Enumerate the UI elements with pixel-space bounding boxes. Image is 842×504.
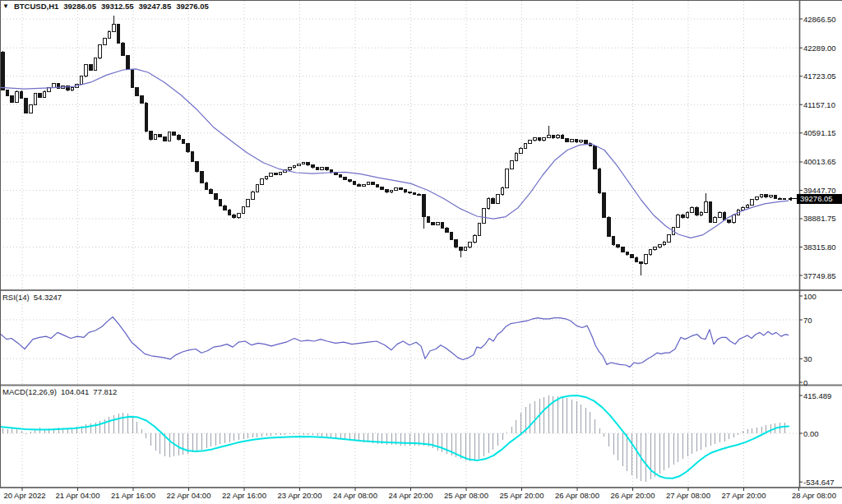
candle-body bbox=[187, 144, 190, 152]
candle-body bbox=[594, 146, 597, 169]
candle-body bbox=[275, 173, 278, 175]
candle-body bbox=[11, 96, 14, 103]
candle-body bbox=[53, 83, 56, 87]
candle-body bbox=[645, 255, 648, 264]
candle-body bbox=[210, 189, 213, 193]
candle-body bbox=[80, 76, 83, 85]
time-axis-label: 22 Apr 16:00 bbox=[222, 491, 266, 500]
candle-body bbox=[358, 184, 361, 186]
macd-current-value: 104.041 bbox=[61, 387, 89, 396]
candle-body bbox=[34, 94, 37, 105]
candle-body bbox=[298, 164, 301, 166]
candle-body bbox=[455, 240, 458, 247]
candle-body bbox=[85, 65, 88, 76]
candle-body bbox=[649, 250, 652, 255]
candle-body bbox=[617, 245, 620, 247]
candle-body bbox=[265, 176, 268, 179]
candle-body bbox=[177, 135, 180, 139]
candle-body bbox=[94, 58, 97, 71]
price-axis-label: 38315.80 bbox=[803, 243, 836, 252]
candle-body bbox=[515, 153, 518, 160]
candle-body bbox=[464, 247, 467, 251]
bar-open-value: 39286.05 bbox=[63, 2, 96, 11]
candle-body bbox=[168, 132, 171, 141]
candle-body bbox=[469, 243, 472, 247]
candle-body bbox=[108, 31, 111, 39]
candle-body bbox=[29, 105, 32, 113]
candle-body bbox=[214, 194, 217, 200]
time-axis-label: 22 Apr 04:00 bbox=[167, 491, 211, 500]
candle-body bbox=[723, 212, 726, 220]
candle-body bbox=[279, 172, 282, 174]
candle-body bbox=[173, 132, 176, 136]
candle-body bbox=[164, 137, 167, 141]
candle-body bbox=[349, 180, 352, 182]
candle-body bbox=[99, 44, 102, 58]
candle-body bbox=[381, 187, 384, 190]
candle-body bbox=[219, 199, 222, 206]
candle-body bbox=[2, 52, 5, 90]
time-axis-label: 21 Apr 16:00 bbox=[111, 491, 155, 500]
candle-body bbox=[293, 165, 296, 167]
candle-body bbox=[127, 55, 130, 69]
candle-body bbox=[677, 215, 680, 227]
rsi-axis-label: 0 bbox=[803, 378, 807, 387]
candle-body bbox=[640, 262, 643, 264]
candle-body bbox=[122, 43, 125, 55]
candle-body bbox=[196, 162, 199, 172]
candle-body bbox=[534, 138, 537, 141]
time-axis-label: 20 Apr 2022 bbox=[3, 491, 45, 500]
candle-body bbox=[450, 233, 453, 240]
candle-body bbox=[682, 215, 685, 218]
candle-body bbox=[6, 90, 9, 95]
candle-body bbox=[136, 87, 139, 95]
candle-body bbox=[742, 207, 745, 210]
candle-body bbox=[658, 245, 661, 247]
candle-body bbox=[483, 209, 486, 224]
candle-body bbox=[584, 140, 587, 143]
candle-body bbox=[201, 172, 204, 183]
candle-body bbox=[751, 200, 754, 205]
candle-body bbox=[145, 103, 148, 132]
candle-body bbox=[478, 224, 481, 236]
candle-body bbox=[446, 228, 449, 232]
candle-body bbox=[746, 205, 749, 207]
price-axis-label: 40013.65 bbox=[803, 157, 836, 166]
candle-body bbox=[631, 255, 634, 257]
candle-body bbox=[242, 206, 245, 213]
time-axis-label: 21 Apr 04:00 bbox=[56, 491, 100, 500]
candle-body bbox=[140, 96, 143, 104]
candle-body bbox=[492, 198, 495, 203]
candle-body bbox=[436, 222, 439, 224]
candle-body bbox=[603, 193, 606, 217]
candle-body bbox=[774, 195, 777, 198]
candle-body bbox=[705, 202, 708, 212]
price-axis-label: 41723.05 bbox=[803, 72, 836, 81]
symbol-dropdown-icon[interactable]: ▼ bbox=[2, 2, 9, 10]
macd-signal-value: 77.812 bbox=[93, 387, 117, 396]
candle-body bbox=[598, 169, 601, 193]
candle-body bbox=[575, 140, 578, 142]
chart-canvas[interactable]: 42866.5042289.0041723.0541157.1040591.15… bbox=[0, 0, 842, 504]
macd-axis-label: -534.647 bbox=[803, 478, 835, 487]
time-axis-label: 26 Apr 08:00 bbox=[555, 491, 599, 500]
macd-axis-label: 415.489 bbox=[803, 391, 831, 400]
candle-body bbox=[325, 167, 328, 170]
price-axis-label: 40591.15 bbox=[803, 128, 836, 137]
candle-body bbox=[608, 217, 611, 236]
macd-name: MACD(12,26,9) bbox=[2, 387, 57, 396]
candle-body bbox=[524, 144, 527, 148]
candle-body bbox=[367, 183, 370, 185]
candle-body bbox=[247, 199, 250, 206]
candle-body bbox=[71, 87, 74, 90]
candle-body bbox=[460, 247, 463, 251]
candle-body bbox=[20, 91, 23, 99]
candle-body bbox=[635, 257, 638, 261]
candle-body bbox=[344, 177, 347, 179]
candle-body bbox=[321, 167, 324, 169]
candle-body bbox=[339, 174, 342, 177]
candle-body bbox=[399, 187, 402, 189]
rsi-indicator-label: RSI(14) 54.3247 bbox=[2, 293, 62, 302]
rsi-axis-label: 70 bbox=[803, 316, 812, 325]
time-axis-label: 23 Apr 20:00 bbox=[278, 491, 322, 500]
